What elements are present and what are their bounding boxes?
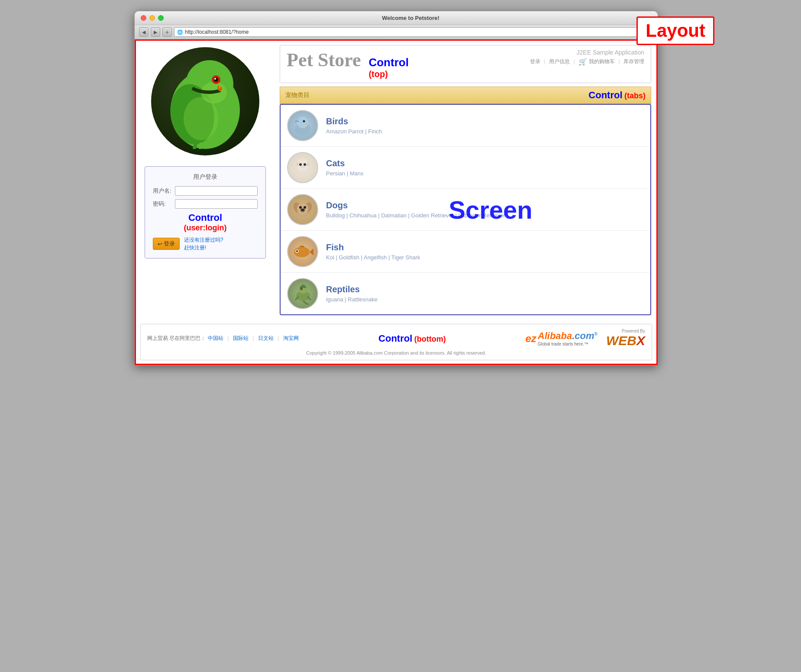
alibaba-brand-text: ez (525, 333, 536, 345)
login-button[interactable]: ↩ 登录 (153, 238, 180, 250)
webx-logo: Powered By WEBX (606, 329, 645, 348)
reptiles-icon (291, 282, 315, 306)
reptiles-info: Reptiles Iguana | Rattlesnake (326, 284, 378, 303)
username-label: 用户名: (153, 187, 172, 195)
password-label: 密码: (153, 200, 172, 208)
add-tab-button[interactable]: + (162, 27, 172, 37)
fish-breeds[interactable]: Koi | Goldfish | Angelfish | Tiger Shark (326, 254, 420, 261)
address-icon: 🌐 (177, 29, 183, 35)
header-bar: Pet Store Control (top) J2EE Sample Appl… (280, 45, 651, 83)
left-sidebar: 用户登录 用户名: 密码: Control (user:login (136, 41, 275, 320)
back-button[interactable]: ◀ (139, 27, 149, 37)
login-actions-row: ↩ 登录 还没有注册过吗? 赶快注册! (153, 236, 258, 252)
address-text: http://localhost:8081/?home (185, 29, 249, 35)
footer-link-china[interactable]: 中国站 (208, 335, 223, 342)
alibaba-text-block: Alibaba.com® Global trade starts here.™ (538, 330, 598, 346)
browser-toolbar: ◀ ▶ + 🌐 http://localhost:8081/?home ↺ (135, 25, 658, 39)
dogs-avatar (287, 194, 318, 225)
page-content: 用户登录 用户名: 密码: Control (user:login (135, 39, 658, 365)
cart-icon: 🛒 (578, 58, 587, 66)
header-left: Pet Store Control (top) (287, 49, 409, 79)
footer-sep3: ｜ (276, 335, 281, 342)
register-link[interactable]: 还没有注册过吗? 赶快注册! (184, 236, 223, 252)
nav-cart[interactable]: 我的购物车 (589, 58, 615, 65)
birds-avatar (287, 110, 318, 141)
maximize-button[interactable] (158, 15, 164, 21)
category-reptiles[interactable]: Reptiles Iguana | Rattlesnake (281, 273, 650, 314)
login-btn-label: 登录 (164, 240, 175, 248)
reptiles-breeds[interactable]: Iguana | Rattlesnake (326, 296, 378, 303)
birds-breeds[interactable]: Amazon Parrot | Finch (326, 128, 382, 135)
fish-name[interactable]: Fish (326, 242, 420, 252)
parrot-image (158, 54, 253, 149)
fish-info: Fish Koi | Goldfish | Angelfish | Tiger … (326, 242, 420, 261)
address-bar[interactable]: 🌐 http://localhost:8081/?home (174, 27, 642, 37)
category-dogs[interactable]: Dogs Bulldog | Chihuahua | Dalmatian | G… (281, 189, 650, 231)
reptiles-name[interactable]: Reptiles (326, 284, 378, 294)
header-right: J2EE Sample Application 登录 ｜ 用户信息 ｜ 🛒 我的… (530, 49, 644, 66)
minimize-button[interactable] (149, 15, 155, 21)
password-input[interactable] (175, 199, 258, 209)
cats-name[interactable]: Cats (326, 158, 363, 168)
main-layout: 用户登录 用户名: 密码: Control (user:login (136, 41, 656, 320)
reptiles-avatar (287, 278, 318, 309)
control-top-block: Control (top) (368, 56, 408, 79)
footer-copyright: Copyright © 1999-2005 Alibaba.com Corpor… (147, 350, 645, 355)
browser-title: Welcome to Petstore! (170, 15, 652, 21)
username-field-row: 用户名: (153, 186, 258, 196)
svg-point-9 (297, 117, 308, 128)
footer-sep2: ｜ (251, 335, 256, 342)
svg-point-31 (300, 288, 301, 289)
svg-point-16 (304, 163, 306, 166)
footer: 网上贸易 尽在阿里巴巴： 中国站 ｜ 国际站 ｜ 日文站 ｜ 淘宝网 Contr… (140, 324, 652, 360)
footer-top: 网上贸易 尽在阿里巴巴： 中国站 ｜ 国际站 ｜ 日文站 ｜ 淘宝网 Contr… (147, 329, 645, 348)
right-main: Pet Store Control (top) J2EE Sample Appl… (275, 41, 656, 320)
birds-icon (291, 114, 315, 138)
nav-login[interactable]: 登录 (530, 58, 540, 65)
nav-profile[interactable]: 用户信息 (549, 58, 570, 65)
svg-point-22 (304, 206, 306, 209)
birds-name[interactable]: Birds (326, 116, 382, 126)
svg-point-15 (299, 163, 302, 166)
dogs-info: Dogs Bulldog | Chihuahua | Dalmatian | G… (326, 200, 505, 219)
birds-info: Birds Amazon Parrot | Finch (326, 116, 382, 135)
close-button[interactable] (141, 15, 146, 21)
tabs-annotation-block: Control (tabs) (588, 90, 646, 101)
store-title: Pet Store (287, 49, 361, 71)
forward-button[interactable]: ▶ (151, 27, 160, 37)
password-field-row: 密码: (153, 199, 258, 209)
category-fish[interactable]: Fish Koi | Goldfish | Angelfish | Tiger … (281, 231, 650, 273)
fish-avatar (287, 236, 318, 267)
control-userlogin-annotation: Control (user:login) (153, 212, 258, 233)
traffic-lights (141, 15, 164, 21)
footer-link-intl[interactable]: 国际站 (233, 335, 249, 342)
dogs-breeds[interactable]: Bulldog | Chihuahua | Dalmatian | Golden… (326, 212, 505, 219)
category-cats[interactable]: Cats Persian | Manx (281, 147, 650, 189)
svg-point-7 (214, 78, 216, 80)
footer-trade-text: 网上贸易 尽在阿里巴巴： (147, 335, 206, 342)
footer-sep1: ｜ (226, 335, 231, 342)
cats-avatar (287, 152, 318, 183)
svg-point-6 (214, 78, 218, 82)
tabs-bar: 宠物类目 Control (tabs) (280, 87, 651, 104)
footer-link-taobao[interactable]: 淘宝网 (283, 335, 299, 342)
footer-link-japan[interactable]: 日文站 (258, 335, 274, 342)
tabs-category-label: 宠物类目 (285, 91, 310, 99)
cats-breeds[interactable]: Persian | Manx (326, 170, 363, 177)
nav-sep2: ｜ (572, 58, 577, 65)
footer-text-links: 网上贸易 尽在阿里巴巴： 中国站 ｜ 国际站 ｜ 日文站 ｜ 淘宝网 (147, 335, 299, 342)
fish-icon (291, 240, 315, 264)
dogs-name[interactable]: Dogs (326, 200, 505, 210)
nav-sep1: ｜ (542, 58, 547, 65)
svg-point-23 (300, 208, 305, 211)
browser-titlebar: Welcome to Petstore! (135, 11, 658, 25)
login-title: 用户登录 (153, 173, 258, 181)
nav-inventory[interactable]: 库存管理 (623, 58, 644, 65)
parrot-container (151, 47, 259, 155)
username-input[interactable] (175, 186, 258, 196)
login-box: 用户登录 用户名: 密码: Control (user:login (145, 166, 266, 258)
alibaba-ez-logo: ez (525, 333, 536, 345)
cats-icon (291, 156, 315, 180)
category-birds[interactable]: Birds Amazon Parrot | Finch (281, 105, 650, 147)
footer-logos: ez Alibaba.com® Global trade starts here… (525, 329, 645, 348)
